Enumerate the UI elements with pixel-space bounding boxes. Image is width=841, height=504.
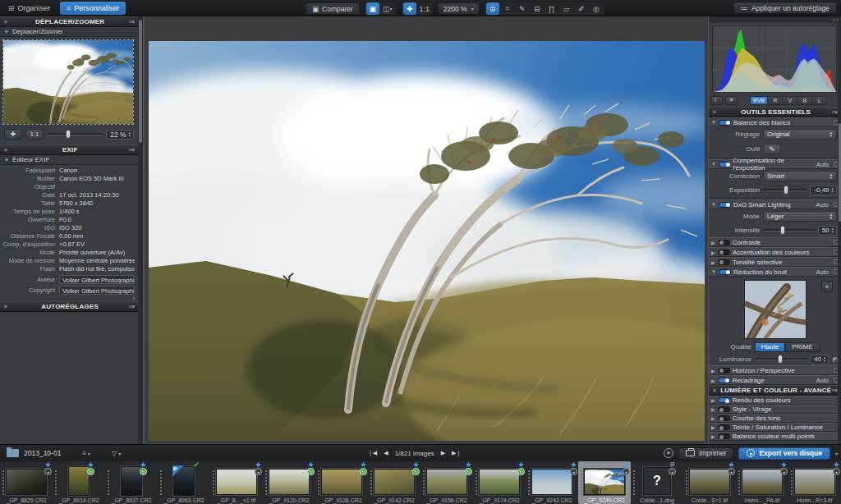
first-image-button[interactable]: ❘◀ [368,450,377,456]
unprocessed-status-icon[interactable]: ● [623,468,630,475]
smart-lighting-mode-select[interactable]: Léger ▲▼ [763,211,837,222]
quality-button-haute[interactable]: Haute [755,342,785,352]
keystone-tool-icon[interactable]: ▱ [560,2,573,15]
section-toggle[interactable] [718,433,730,439]
menu-icon[interactable]: ≡▾ [831,109,838,116]
section-toggle[interactable] [718,397,730,403]
left-panel-scrollbar[interactable] [138,16,144,444]
crop-toggle[interactable] [718,378,730,383]
close-icon[interactable]: ✕ [3,19,11,25]
contrast-toggle[interactable] [718,240,730,245]
exposure-correction-select[interactable]: Smart ▲▼ [763,171,837,181]
filmstrip-item[interactable]: ★●_GP_9242.CR2 [526,461,578,504]
section-horizon-perspective[interactable]: ▶ Horizon / Perspective [709,365,841,375]
unprocessed-status-icon[interactable]: ● [255,468,262,475]
thumbnail-drag-handle[interactable] [580,470,583,496]
section-selective-tone[interactable]: ▶ Tonalité sélective [709,257,841,267]
export-options-chevron-icon[interactable]: ▾ [835,451,838,456]
unprocessed-status-icon[interactable]: ● [728,468,735,475]
section-white-balance[interactable]: ▼ Balance des blancs [709,117,841,127]
filmstrip-item[interactable]: ★↻_GP_9120.CR2 [263,461,315,504]
menu-icon[interactable]: ≡▾ [128,147,135,153]
channel-button-rvb[interactable]: RVB [750,96,768,105]
auto-label[interactable]: Auto [816,161,829,168]
copyright-field[interactable]: Volker Gilbert Photographie 2013 [59,286,135,295]
channel-button-v[interactable]: V [783,96,797,105]
thumbnail-image[interactable] [374,469,415,495]
section-contrast[interactable]: ▶ Contraste [709,237,841,247]
noise-preview-target-icon[interactable]: ⌖ [821,282,833,292]
luminance-slider[interactable] [755,358,807,360]
exposure-value[interactable]: -0,49 ▲▼ [810,186,837,195]
filmstrip-item[interactable]: ★↻_GP_8937.CR2 [105,461,158,504]
last-image-button[interactable]: ▶❘ [452,450,461,456]
star-rating-icon[interactable]: ★ [360,461,366,468]
section-balance-couleur-multi-points[interactable]: ▶Balance couleur multi-points [709,432,841,441]
thumbnail-image[interactable] [6,469,47,495]
thumbnail-drag-handle[interactable] [264,470,268,496]
exif-editor-section-header[interactable]: ▼ Éditeur EXIF [0,155,138,165]
unprocessed-status-icon[interactable]: ● [44,468,52,475]
unprocessed-status-icon[interactable]: ● [570,468,577,475]
crop-tool-icon[interactable]: ⌗ [501,2,514,15]
one-to-one-button[interactable]: 1:1 [25,129,44,140]
section-noise-reduction[interactable]: ▼ Réduction du bruit Auto [709,267,841,277]
menu-icon[interactable]: ≡▾ [128,19,135,25]
process-status-icon[interactable]: ➤ [664,448,673,458]
print-button[interactable]: Imprimer [678,447,734,460]
star-rating-icon[interactable]: ★ [570,461,577,468]
exposure-slider[interactable] [763,189,807,191]
filmstrip-item[interactable]: P✔_GP_8963.CR2 [158,461,210,504]
star-rating-icon[interactable]: ★ [87,461,94,468]
filmstrip-item[interactable]: ★↻_GP_8914.CR2 [53,461,105,504]
exposure-toggle[interactable] [719,162,730,167]
compare-button[interactable]: ▣ Comparer [306,2,360,15]
processed-status-icon[interactable]: ↻ [360,468,367,475]
auto-label[interactable]: Auto [816,268,829,276]
star-rating-icon[interactable]: ★ [833,461,839,468]
right-panel-scrollbar[interactable] [838,16,841,444]
hand-tool-icon[interactable]: ⊙ [486,2,499,15]
stepper-arrows-icon[interactable]: ▲▼ [128,131,131,137]
filmstrip-item[interactable]: ★↻_GP_9128.CR2 [315,461,368,504]
brush-tool-icon[interactable]: ✐ [575,2,588,15]
exif-palette-header[interactable]: ✕ EXIF ≡▾ [0,144,138,155]
tab-organiser[interactable]: ⊞ Organiser [2,2,57,15]
luminance-value[interactable]: 40 ▲▼ [810,355,829,364]
section-crop[interactable]: ▶ Recadrage Auto [709,375,841,385]
filmstrip-item[interactable]: ★●_GP_9249.CR2 [578,461,631,504]
noise-reduction-toggle[interactable] [719,269,731,275]
star-rating-icon[interactable]: ★ [255,461,261,468]
thumbnail-drag-handle[interactable] [317,470,320,496]
perspective-tool-icon[interactable]: ∏ [545,2,558,15]
auto-label[interactable]: Auto [816,201,829,208]
star-rating-icon[interactable]: ★ [517,461,524,468]
noise-compare-icon[interactable]: ◩ [832,356,838,363]
thumbnail-drag-handle[interactable] [422,470,425,496]
filmstrip-item[interactable]: ?⊘●Colde...1.dng [631,461,683,504]
thumbnail-image[interactable] [689,469,730,495]
navigator-zoom-value[interactable]: 22 % ▲▼ [106,130,134,140]
star-rating-icon[interactable]: ★ [140,461,146,468]
intensity-value[interactable]: 50 ▲▼ [818,226,837,236]
color-accent-toggle[interactable] [718,250,730,255]
quality-button-prime[interactable]: PRIME [785,342,819,352]
star-rating-icon[interactable]: ★ [412,461,419,468]
main-photo[interactable] [149,41,705,441]
thumbnail-drag-handle[interactable] [212,470,215,496]
star-rating-icon[interactable]: ★ [780,461,787,468]
processed-status-icon[interactable]: ↻ [465,468,472,475]
close-icon[interactable]: ✕ [712,387,720,394]
thumbnail-drag-handle[interactable] [685,470,688,496]
thumbnail-drag-handle[interactable] [107,470,110,496]
section-courbe-des-tons[interactable]: ▶Courbe des tons [709,414,841,423]
menu-icon[interactable]: ≡▾ [128,304,135,310]
section-rendu-des-couleurs[interactable]: ▶Rendu des couleurs [709,396,841,405]
close-icon[interactable]: ✕ [712,109,720,116]
thumbnail-image[interactable] [584,469,625,495]
thumbnail-image[interactable] [531,469,572,495]
highlight-clipping-icon[interactable]: ☀ [725,96,738,105]
channel-button-b[interactable]: B [797,96,812,105]
menu-icon[interactable]: ≡▾ [831,387,838,394]
sort-button[interactable]: ≡▾ [82,450,90,457]
